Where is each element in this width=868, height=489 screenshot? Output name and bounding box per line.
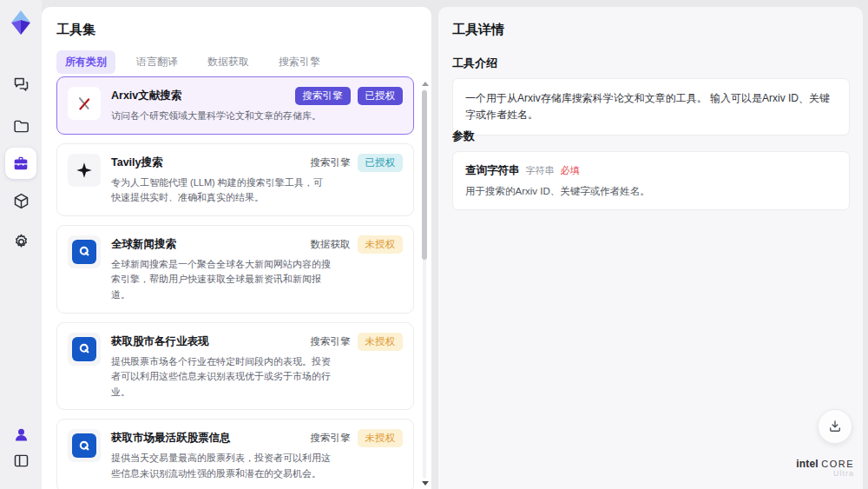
folder-icon[interactable] xyxy=(10,116,31,136)
tab-all-categories[interactable]: 所有类别 xyxy=(56,50,115,74)
download-icon xyxy=(827,419,843,434)
intro-text-box: 一个用于从Arxiv存储库搜索科学论文和文章的工具。 输入可以是Arxiv ID… xyxy=(452,78,850,135)
auth-status-badge: 已授权 xyxy=(358,154,404,172)
brand-intel: intel xyxy=(796,458,819,470)
auth-status-badge: 已授权 xyxy=(358,87,404,105)
parameter-box: 查询字符串 字符串 必填 用于搜索的Arxiv ID、关键字或作者姓名。 xyxy=(452,151,850,210)
param-name: 查询字符串 xyxy=(465,163,520,178)
news-q-icon xyxy=(68,429,101,462)
news-q-icon xyxy=(68,235,101,268)
tool-list: Arxiv文献搜索 搜索引擎 已授权 访问各个研究领域大量科学论文和文章的存储库… xyxy=(56,76,414,489)
tool-item-global-news[interactable]: 全球新闻搜索 数据获取 未授权 全球新闻搜索是一个聚合全球各大新闻网站内容的搜索… xyxy=(56,225,414,314)
param-description: 用于搜索的Arxiv ID、关键字或作者姓名。 xyxy=(465,185,837,198)
tavily-star-icon xyxy=(68,154,101,187)
tool-title: 获取股市各行业表现 xyxy=(111,333,209,349)
param-type: 字符串 xyxy=(526,164,555,177)
tool-title: 获取市场最活跃股票信息 xyxy=(111,429,231,446)
tool-description: 专为人工智能代理 (LLM) 构建的搜索引擎工具，可快速提供实时、准确和真实的结… xyxy=(111,175,332,206)
category-label: 数据获取 xyxy=(311,238,351,251)
param-required-flag: 必填 xyxy=(561,164,580,177)
intel-core-logo: intel CORE Ultra xyxy=(796,459,854,479)
tool-item-arxiv[interactable]: Arxiv文献搜索 搜索引擎 已授权 访问各个研究领域大量科学论文和文章的存储库… xyxy=(56,76,414,135)
tab-search-engine[interactable]: 搜索引擎 xyxy=(270,50,329,74)
category-label: 搜索引擎 xyxy=(311,335,351,348)
list-scrollbar[interactable] xyxy=(420,80,429,489)
scroll-up-arrow-icon[interactable] xyxy=(422,82,429,86)
intro-heading: 工具介绍 xyxy=(452,56,497,71)
panel-toggle-icon[interactable] xyxy=(10,450,31,471)
tab-language-translation[interactable]: 语言翻译 xyxy=(128,50,187,74)
toolbox-icon-active[interactable] xyxy=(5,148,36,179)
category-label: 搜索引擎 xyxy=(311,432,351,445)
tool-title: Tavily搜索 xyxy=(111,154,163,170)
tab-data-acquisition[interactable]: 数据获取 xyxy=(199,50,258,74)
settings-gear-icon[interactable] xyxy=(10,231,31,252)
category-tabs: 所有类别 语言翻译 数据获取 搜索引擎 xyxy=(56,50,329,74)
news-q-icon xyxy=(68,333,101,366)
tool-description: 全球新闻搜索是一个聚合全球各大新闻网站内容的搜索引擎，帮助用户快速获取全球最新资… xyxy=(111,257,332,303)
scroll-down-arrow-icon[interactable] xyxy=(422,481,429,486)
tool-description: 提供当天交易量最高的股票列表，投资者可以利用这些信息来识别流动性强的股票和潜在的… xyxy=(111,451,332,481)
arxiv-logo-icon xyxy=(68,87,101,120)
left-rail xyxy=(0,0,42,489)
cube-icon[interactable] xyxy=(10,190,31,211)
app-logo-icon xyxy=(7,9,35,36)
scrollbar-thumb[interactable] xyxy=(422,90,427,260)
detail-title: 工具详情 xyxy=(452,22,504,38)
auth-status-badge: 未授权 xyxy=(358,333,404,351)
tool-list-panel: 工具集 所有类别 语言翻译 数据获取 搜索引擎 Arxiv文献搜索 搜索引擎 已… xyxy=(42,7,431,489)
tool-title: 全球新闻搜索 xyxy=(111,235,176,252)
tool-item-stock-sectors[interactable]: 获取股市各行业表现 搜索引擎 未授权 提供股票市场各个行业在特定时间段内的表现。… xyxy=(56,322,414,411)
tool-item-tavily[interactable]: Tavily搜索 搜索引擎 已授权 专为人工智能代理 (LLM) 构建的搜索引擎… xyxy=(56,143,414,216)
category-badge: 搜索引擎 xyxy=(295,87,351,105)
tool-description: 访问各个研究领域大量科学论文和文章的存储库。 xyxy=(111,109,332,124)
brand-ultra: Ultra xyxy=(796,470,854,479)
page-title: 工具集 xyxy=(56,22,95,38)
tool-item-active-stocks[interactable]: 获取市场最活跃股票信息 搜索引擎 未授权 提供当天交易量最高的股票列表，投资者可… xyxy=(56,419,414,489)
download-button[interactable] xyxy=(818,409,852,444)
tool-detail-panel: 工具详情 工具介绍 一个用于从Arxiv存储库搜索科学论文和文章的工具。 输入可… xyxy=(438,7,863,489)
tool-title: Arxiv文献搜索 xyxy=(111,87,181,103)
chat-icon[interactable] xyxy=(10,74,31,95)
params-heading: 参数 xyxy=(452,129,475,144)
brand-core: CORE xyxy=(821,459,854,469)
tool-description: 提供股票市场各个行业在特定时间段内的表现。投资者可以利用这些信息来识别表现优于或… xyxy=(111,354,332,400)
user-avatar-icon[interactable] xyxy=(10,424,31,445)
auth-status-badge: 未授权 xyxy=(358,235,404,254)
auth-status-badge: 未授权 xyxy=(358,429,404,447)
category-label: 搜索引擎 xyxy=(311,156,351,169)
